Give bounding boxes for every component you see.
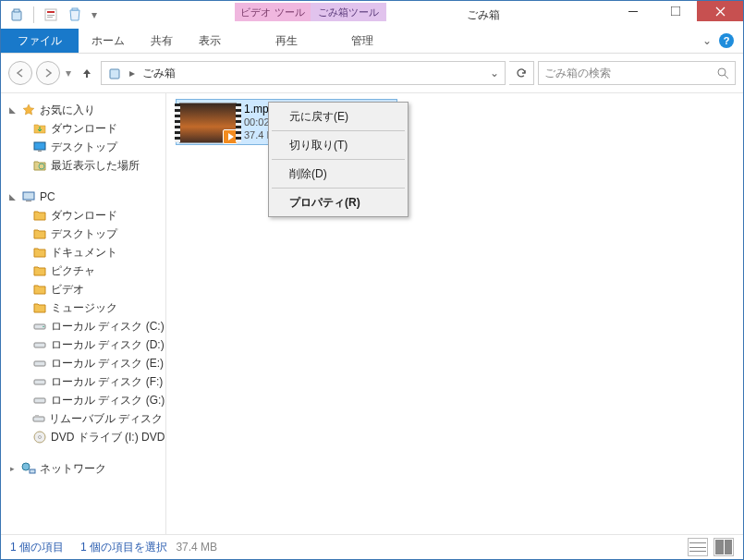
minimize-button[interactable] <box>612 1 654 21</box>
svg-rect-9 <box>110 69 119 79</box>
svg-rect-3 <box>47 11 55 13</box>
sidebar-item-pictures[interactable]: ピクチャ <box>1 262 165 280</box>
folder-icon <box>32 263 47 278</box>
sidebar-item-music[interactable]: ミュージック <box>1 298 165 317</box>
menu-cut[interactable]: 切り取り(T) <box>271 133 406 157</box>
computer-icon <box>21 189 36 204</box>
sidebar-item-documents[interactable]: ドキュメント <box>1 243 165 262</box>
content-area[interactable]: 1.mp4 00:02 37.4 MB <box>166 93 743 534</box>
svg-rect-23 <box>35 415 39 418</box>
contextual-tab-headers: ビデオ ツール ごみ箱ツール <box>235 1 386 29</box>
network-root[interactable]: ▸ ネットワーク <box>1 459 165 478</box>
chevron-right-icon[interactable]: ▸ <box>129 67 135 79</box>
back-button[interactable] <box>8 61 32 85</box>
menu-restore[interactable]: 元に戻す(E) <box>271 104 406 128</box>
pc-root[interactable]: ◣ PC <box>1 188 165 206</box>
folder-icon <box>32 121 47 136</box>
quick-access-toolbar: ▾ <box>1 1 105 29</box>
address-bar[interactable]: ▸ ごみ箱 ⌄ <box>101 61 506 85</box>
folder-icon <box>32 282 47 297</box>
sidebar-item-videos[interactable]: ビデオ <box>1 280 165 298</box>
file-tab[interactable]: ファイル <box>1 29 79 53</box>
breadcrumb[interactable]: ごみ箱 <box>142 66 176 81</box>
forward-button[interactable] <box>36 61 60 85</box>
svg-rect-14 <box>23 192 34 200</box>
folder-icon <box>32 245 47 260</box>
svg-rect-4 <box>47 15 55 16</box>
sidebar-item-desktop2[interactable]: デスクトップ <box>1 225 165 243</box>
status-bar: 1 個の項目 1 個の項目を選択 37.4 MB <box>1 534 743 559</box>
menu-properties[interactable]: プロパティ(R) <box>271 190 406 214</box>
ribbon: ファイル ホーム 共有 表示 再生 管理 ⌄ ? <box>1 29 743 54</box>
play-overlay-icon <box>223 129 238 144</box>
removable-drive-icon <box>32 411 45 426</box>
up-button[interactable] <box>77 63 97 83</box>
svg-rect-6 <box>72 8 78 10</box>
svg-point-10 <box>718 68 726 76</box>
svg-rect-5 <box>47 17 53 18</box>
dvd-drive-icon <box>32 430 47 444</box>
tab-playback[interactable]: 再生 <box>249 29 324 53</box>
recycle-bin-icon[interactable] <box>6 5 27 25</box>
svg-rect-18 <box>34 343 45 347</box>
collapse-icon[interactable]: ◣ <box>6 105 18 115</box>
large-icons-view-button[interactable] <box>714 538 734 556</box>
expand-ribbon-icon[interactable]: ⌄ <box>702 34 712 47</box>
item-count: 1 個の項目 <box>10 540 64 555</box>
search-input[interactable]: ごみ箱の検索 <box>538 61 736 85</box>
sidebar-item-dvd-i[interactable]: DVD ドライブ (I:) DVD <box>1 428 165 446</box>
context-header-recyclebin: ごみ箱ツール <box>311 3 386 21</box>
folder-icon <box>32 300 47 315</box>
empty-bin-icon[interactable] <box>65 5 85 25</box>
properties-icon[interactable] <box>41 5 61 25</box>
network-icon <box>21 461 36 476</box>
svg-rect-1 <box>14 9 19 12</box>
window-title: ごみ箱 <box>467 1 500 29</box>
sidebar-item-removable-h[interactable]: リムーバブル ディスク (H:) <box>1 409 165 428</box>
video-thumbnail <box>179 103 237 143</box>
sidebar-item-downloads[interactable]: ダウンロード <box>1 119 165 138</box>
sidebar-item-recent[interactable]: 最近表示した場所 <box>1 156 165 175</box>
drive-icon <box>32 393 47 408</box>
menu-separator <box>272 159 405 160</box>
expand-icon[interactable]: ▸ <box>6 464 18 473</box>
sidebar-item-desktop[interactable]: デスクトップ <box>1 138 165 156</box>
details-view-button[interactable] <box>688 538 708 556</box>
drive-icon <box>32 374 47 389</box>
refresh-button[interactable] <box>509 61 534 85</box>
menu-delete[interactable]: 削除(D) <box>271 162 406 186</box>
svg-rect-15 <box>26 201 31 201</box>
context-menu: 元に戻す(E) 切り取り(T) 削除(D) プロパティ(R) <box>268 102 409 217</box>
favorites-root[interactable]: ◣ お気に入り <box>1 101 165 119</box>
pc-label: PC <box>40 190 55 203</box>
maximize-button[interactable] <box>654 1 697 21</box>
menu-separator <box>272 130 405 131</box>
favorites-group: ◣ お気に入り ダウンロード デスクトップ 最近表示した場所 <box>1 101 165 175</box>
tab-manage[interactable]: 管理 <box>324 29 400 53</box>
sidebar-item-downloads2[interactable]: ダウンロード <box>1 206 165 225</box>
svg-rect-27 <box>30 469 35 473</box>
tab-home[interactable]: ホーム <box>79 29 138 53</box>
qat-dropdown-icon[interactable]: ▾ <box>89 5 100 25</box>
sidebar-item-drive-e[interactable]: ローカル ディスク (E:) <box>1 354 165 372</box>
help-icon[interactable]: ? <box>719 33 734 48</box>
network-group: ▸ ネットワーク <box>1 459 165 478</box>
svg-point-26 <box>22 463 30 470</box>
sidebar-item-drive-f[interactable]: ローカル ディスク (F:) <box>1 372 165 391</box>
svg-rect-12 <box>38 151 42 152</box>
tab-share[interactable]: 共有 <box>138 29 186 53</box>
pc-group: ◣ PC ダウンロード デスクトップ ドキュメント ピクチャ ビデオ ミュージッ… <box>1 188 165 446</box>
star-icon <box>21 103 36 117</box>
tab-view[interactable]: 表示 <box>186 29 234 53</box>
sidebar-item-drive-d[interactable]: ローカル ディスク (D:) <box>1 335 165 354</box>
collapse-icon[interactable]: ◣ <box>6 192 18 201</box>
address-dropdown-icon[interactable]: ⌄ <box>490 67 499 79</box>
svg-rect-7 <box>628 11 638 12</box>
recycle-bin-icon <box>107 66 122 80</box>
svg-rect-8 <box>671 6 680 16</box>
sidebar-item-drive-c[interactable]: ローカル ディスク (C:) <box>1 317 165 335</box>
history-dropdown-icon[interactable]: ▾ <box>66 67 71 79</box>
sidebar-item-drive-g[interactable]: ローカル ディスク (G:) <box>1 391 165 409</box>
selection-info: 1 個の項目を選択 37.4 MB <box>80 540 217 555</box>
close-button[interactable] <box>697 1 743 21</box>
